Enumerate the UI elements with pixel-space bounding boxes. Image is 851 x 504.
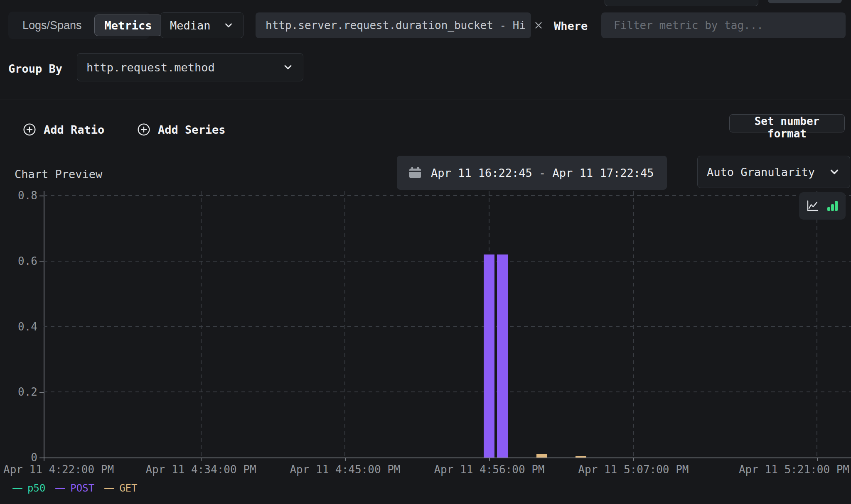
legend-swatch — [55, 488, 65, 489]
legend-label: POST — [70, 482, 94, 494]
legend-swatch — [12, 488, 22, 489]
remove-metric-icon[interactable] — [533, 20, 544, 31]
y-axis-label: 0.6 — [7, 255, 37, 267]
legend-swatch — [104, 488, 114, 489]
cropped-top-input[interactable] — [605, 0, 758, 6]
chart-legend: p50POSTGET — [12, 482, 138, 494]
tab-metrics[interactable]: Metrics — [94, 15, 162, 36]
x-axis-line — [41, 458, 851, 458]
x-tick — [345, 458, 346, 461]
cropped-top-button[interactable] — [768, 0, 842, 3]
y-axis-label: 0.2 — [7, 386, 37, 398]
aggregation-value: Median — [170, 19, 211, 32]
where-label: Where — [554, 20, 588, 32]
chart-type-toggle — [799, 192, 846, 220]
x-gridline — [817, 191, 817, 458]
aggregation-select[interactable]: Median — [160, 12, 243, 38]
y-gridline — [44, 261, 851, 262]
y-tick — [39, 327, 44, 328]
x-axis-label: Apr 11 4:34:00 PM — [145, 463, 256, 476]
add-series-button[interactable]: Add Series — [137, 123, 226, 136]
set-number-format-button[interactable]: Set number format — [729, 114, 845, 132]
x-tick — [817, 458, 818, 461]
granularity-value: Auto Granularity — [707, 166, 815, 179]
legend-label: p50 — [27, 482, 45, 494]
metrics-query-builder: Logs/Spans Metrics Median http.server.re… — [0, 0, 851, 504]
add-ratio-label: Add Ratio — [44, 123, 104, 136]
bar-chart-icon[interactable] — [826, 199, 839, 213]
legend-item-POST[interactable]: POST — [55, 482, 94, 494]
plus-circle-icon — [137, 123, 150, 136]
group-by-select[interactable]: http.request.method — [77, 53, 303, 81]
calendar-icon — [409, 167, 421, 178]
legend-item-GET[interactable]: GET — [104, 482, 137, 494]
x-axis-label: Apr 11 4:22:00 PM — [3, 463, 114, 476]
source-toggle: Logs/Spans Metrics — [8, 12, 150, 39]
time-range-picker[interactable]: Apr 11 16:22:45 - Apr 11 17:22:45 — [397, 156, 667, 190]
bar-GET — [536, 454, 547, 458]
y-gridline — [44, 195, 851, 196]
group-by-value: http.request.method — [86, 61, 215, 74]
add-ratio-button[interactable]: Add Ratio — [23, 123, 104, 136]
time-range-value: Apr 11 16:22:45 - Apr 11 17:22:45 — [431, 166, 654, 179]
chevron-down-icon — [828, 166, 841, 178]
legend-item-p50[interactable]: p50 — [12, 482, 45, 494]
x-gridline — [633, 191, 634, 458]
y-axis-line — [44, 191, 44, 458]
x-tick — [633, 458, 634, 461]
x-tick — [489, 458, 490, 461]
add-series-label: Add Series — [158, 123, 226, 136]
chart-preview-title: Chart Preview — [15, 168, 102, 181]
y-tick — [39, 261, 44, 262]
chevron-down-icon — [282, 61, 294, 73]
y-axis-label: 0.8 — [7, 189, 37, 202]
section-divider — [0, 100, 851, 100]
metric-chip-label: http.server.request.duration_bucket - Hi — [266, 19, 526, 32]
y-gridline — [44, 326, 851, 327]
y-axis-label: 0 — [7, 451, 37, 464]
granularity-select[interactable]: Auto Granularity — [697, 156, 850, 188]
y-axis-label: 0.4 — [7, 321, 37, 333]
chevron-down-icon — [223, 20, 234, 31]
x-axis-label: Apr 11 5:07:00 PM — [578, 463, 689, 476]
x-axis-label: Apr 11 4:45:00 PM — [290, 463, 400, 476]
x-tick — [201, 458, 202, 461]
y-tick — [39, 458, 44, 458]
chart-preview-canvas[interactable]: 00.20.40.60.8Apr 11 4:22:00 PMApr 11 4:3… — [0, 189, 851, 480]
group-by-label: Group By — [8, 62, 62, 75]
y-tick — [39, 392, 44, 393]
x-axis-label: Apr 11 5:21:00 PM — [739, 463, 849, 476]
line-chart-icon[interactable] — [806, 199, 819, 213]
where-filter-input[interactable] — [601, 12, 846, 38]
metric-chip[interactable]: http.server.request.duration_bucket - Hi — [256, 12, 531, 38]
y-gridline — [44, 391, 851, 392]
legend-label: GET — [119, 482, 137, 494]
x-gridline — [201, 191, 202, 458]
x-axis-label: Apr 11 4:56:00 PM — [434, 463, 544, 476]
bar-GET — [576, 456, 586, 458]
y-tick — [39, 196, 44, 196]
bar-POST — [484, 254, 494, 458]
x-gridline — [344, 191, 345, 458]
tab-logs-spans[interactable]: Logs/Spans — [20, 19, 84, 32]
x-tick — [44, 458, 44, 461]
plus-circle-icon — [23, 123, 36, 136]
bar-POST — [497, 254, 508, 458]
